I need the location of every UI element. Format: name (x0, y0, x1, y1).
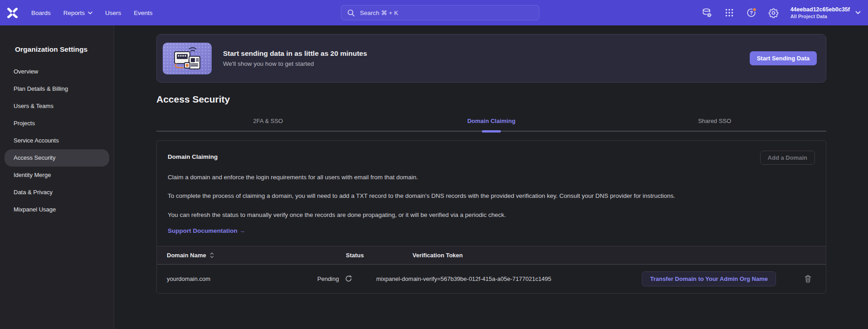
app-window: Boards Reports Users Events Search ⌘ + K (0, 0, 868, 329)
delete-domain-button[interactable] (790, 275, 826, 283)
banner-text: Start sending data in as little as 20 mi… (223, 49, 367, 67)
banner-illustration (163, 43, 212, 74)
nav-item-label: Users (105, 10, 121, 16)
add-domain-button[interactable]: Add a Domain (760, 151, 815, 165)
org-texts: 44eebad12c65eb0c35f All Project Data (790, 6, 850, 20)
column-header-verification-token: Verification Token (376, 252, 630, 259)
chevron-down-icon (855, 11, 861, 15)
sidebar-item-plan-details-billing[interactable]: Plan Details & Billing (5, 80, 109, 98)
apps-grid-icon[interactable] (724, 7, 735, 18)
tab-domain-claiming[interactable]: Domain Claiming (380, 118, 603, 131)
settings-gear-icon[interactable] (768, 7, 779, 18)
transfer-domain-button[interactable]: Transfer Domain to Your Admin Org Name (642, 271, 776, 286)
sidebar-item-data-privacy[interactable]: Data & Privacy (5, 184, 109, 201)
domain-claiming-card: Domain Claiming Add a Domain Claim a dom… (156, 140, 826, 294)
tab-2fa-sso[interactable]: 2FA & SSO (156, 118, 380, 131)
sidebar-item-identity-merge[interactable]: Identity Merge (5, 167, 109, 184)
nav-item-label: Reports (63, 10, 85, 16)
sort-icon[interactable] (210, 252, 214, 258)
sidebar-item-users-teams[interactable]: Users & Teams (5, 98, 109, 115)
sidebar-item-access-security[interactable]: Access Security (5, 149, 109, 167)
nav-item-users[interactable]: Users (105, 10, 121, 16)
banner-title: Start sending data in as little as 20 mi… (223, 49, 367, 58)
tab-shared-sso[interactable]: Shared SSO (603, 118, 826, 131)
nav-item-events[interactable]: Events (134, 10, 152, 16)
refresh-status-icon[interactable] (345, 275, 352, 282)
card-description-3: You can refresh the status to manually v… (168, 209, 815, 221)
sidebar-item-projects[interactable]: Projects (5, 115, 109, 132)
nav-item-boards[interactable]: Boards (31, 10, 51, 16)
mixpanel-logo-icon[interactable] (6, 7, 19, 19)
onboarding-banner: Start sending data in as little as 20 mi… (156, 34, 826, 83)
column-header-domain-name: Domain Name (167, 252, 206, 259)
org-subtitle: All Project Data (790, 13, 850, 20)
nav-left: Boards Reports Users Events (0, 7, 165, 19)
sidebar-item-mixpanel-usage[interactable]: Mixpanel Usage (5, 201, 109, 218)
nav-item-label: Events (134, 10, 152, 16)
column-header-status: Status (317, 252, 376, 259)
top-navbar: Boards Reports Users Events Search ⌘ + K (0, 0, 868, 25)
search-icon (347, 9, 355, 17)
page-title: Access Security (156, 94, 826, 105)
org-id: 44eebad12c65eb0c35f (790, 6, 850, 13)
main-content: Start sending data in as little as 20 mi… (115, 25, 868, 329)
card-description-1: Claim a domain and enforce the login req… (168, 172, 815, 183)
status-badge: Pending (317, 275, 339, 282)
tab-bar: 2FA & SSO Domain Claiming Shared SSO (156, 118, 826, 132)
sidebar-item-overview[interactable]: Overview (5, 63, 109, 80)
nav-item-label: Boards (31, 10, 51, 16)
search-placeholder: Search ⌘ + K (360, 9, 398, 16)
table-row: yourdomain.com Pending mixpanel-domain-v… (157, 265, 826, 293)
help-icon[interactable]: ? (746, 7, 757, 18)
banner-subtitle: We'll show you how to get started (223, 60, 367, 67)
notification-badge (752, 8, 756, 11)
svg-text:?: ? (750, 10, 753, 15)
cell-verification-token: mixpanel-domain-verify=567b39be-012f-415… (376, 275, 630, 282)
nav-item-reports[interactable]: Reports (63, 10, 92, 16)
trash-icon (804, 275, 812, 283)
card-title: Domain Claiming (168, 151, 218, 160)
cell-domain-name: yourdomain.com (157, 275, 317, 282)
search-input[interactable]: Search ⌘ + K (341, 5, 539, 20)
nav-right: ? 44eebad12c65eb0c35f All Project Data (702, 0, 861, 25)
sidebar-item-service-accounts[interactable]: Service Accounts (5, 132, 109, 149)
data-management-icon[interactable] (702, 7, 713, 18)
card-header: Domain Claiming Add a Domain (168, 151, 815, 165)
table-header: Domain Name Status Verification Token (157, 246, 826, 265)
sidebar-title: Organization Settings (15, 45, 114, 54)
start-sending-data-button[interactable]: Start Sending Data (750, 51, 817, 65)
support-documentation-link[interactable]: Support Documentation → (168, 227, 245, 234)
chevron-down-icon (88, 11, 92, 15)
sidebar-list: Overview Plan Details & Billing Users & … (0, 63, 114, 218)
card-description-2: To complete the process of claiming a do… (168, 190, 815, 202)
org-switcher[interactable]: 44eebad12c65eb0c35f All Project Data (790, 6, 861, 20)
sidebar: Organization Settings Overview Plan Deta… (0, 25, 114, 329)
